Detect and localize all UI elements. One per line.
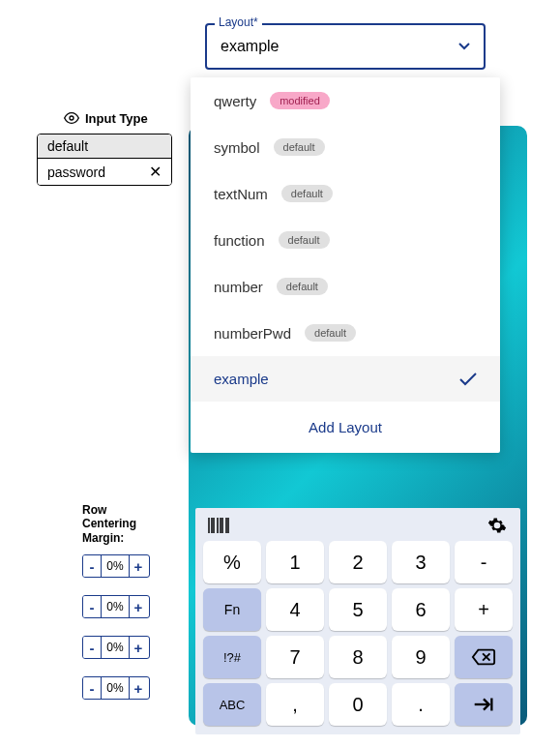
stepper-value: 0%	[101, 596, 130, 617]
key-0[interactable]: 0	[329, 683, 387, 726]
default-badge: default	[274, 138, 325, 156]
key-3[interactable]: 3	[392, 541, 450, 583]
option-label: example	[214, 371, 269, 387]
key-symbols[interactable]: !?#	[203, 636, 261, 678]
backspace-icon	[471, 647, 496, 667]
key-percent[interactable]: %	[203, 541, 261, 583]
option-label: number	[214, 279, 263, 295]
tab-icon	[471, 695, 496, 714]
default-badge: default	[277, 278, 328, 295]
caret-down-icon	[458, 43, 470, 50]
input-type-header: Input Type	[37, 110, 172, 126]
layout-field-label: Layout*	[215, 15, 262, 29]
close-icon[interactable]: ✕	[149, 163, 162, 181]
default-badge: default	[279, 231, 330, 249]
key-9[interactable]: 9	[392, 636, 450, 678]
option-label: numberPwd	[214, 325, 291, 342]
decrement-button[interactable]: -	[83, 555, 101, 577]
layout-selected-value: example	[221, 38, 279, 55]
layout-option-numberpwd[interactable]: numberPwd default	[191, 310, 500, 356]
row-margin-label: Row Centering Margin:	[82, 503, 150, 545]
key-5[interactable]: 5	[329, 588, 387, 631]
decrement-button[interactable]: -	[83, 596, 101, 617]
margin-stepper-2[interactable]: - 0% +	[82, 636, 150, 659]
input-type-item-default[interactable]: default	[38, 134, 171, 159]
key-comma[interactable]: ,	[266, 683, 324, 726]
input-type-item-password[interactable]: password ✕	[38, 159, 171, 185]
key-fn[interactable]: Fn	[203, 588, 261, 631]
add-layout-button[interactable]: Add Layout	[191, 402, 500, 453]
layout-option-qwerty[interactable]: qwerty modified	[191, 77, 500, 124]
decrement-button[interactable]: -	[83, 677, 101, 699]
key-8[interactable]: 8	[329, 636, 387, 678]
key-abc[interactable]: ABC	[203, 683, 261, 726]
increment-button[interactable]: +	[130, 555, 147, 577]
gear-icon[interactable]	[486, 516, 509, 535]
margin-stepper-0[interactable]: - 0% +	[82, 554, 150, 578]
key-plus[interactable]: +	[455, 588, 513, 631]
layout-option-number[interactable]: number default	[191, 263, 500, 310]
layout-dropdown: qwerty modified symbol default textNum d…	[191, 77, 500, 453]
layout-option-function[interactable]: function default	[191, 217, 500, 263]
eye-icon	[64, 110, 79, 126]
key-period[interactable]: .	[392, 683, 450, 726]
option-label: qwerty	[214, 93, 256, 109]
key-4[interactable]: 4	[266, 588, 324, 631]
modified-badge: modified	[270, 92, 330, 109]
option-label: function	[214, 232, 265, 249]
input-type-item-label: password	[47, 164, 105, 180]
option-label: symbol	[214, 139, 260, 156]
svg-point-0	[70, 116, 74, 120]
key-backspace[interactable]	[455, 636, 513, 678]
input-type-item-label: default	[47, 138, 88, 154]
key-2[interactable]: 2	[329, 541, 387, 583]
decrement-button[interactable]: -	[83, 637, 101, 658]
increment-button[interactable]: +	[130, 596, 147, 617]
key-1[interactable]: 1	[266, 541, 324, 583]
margin-stepper-3[interactable]: - 0% +	[82, 676, 150, 700]
increment-button[interactable]: +	[130, 637, 147, 658]
key-6[interactable]: 6	[392, 588, 450, 631]
barcode-icon[interactable]	[207, 516, 230, 535]
key-7[interactable]: 7	[266, 636, 324, 678]
default-badge: default	[305, 324, 356, 342]
margin-stepper-1[interactable]: - 0% +	[82, 595, 150, 618]
layout-option-textnum[interactable]: textNum default	[191, 170, 500, 217]
stepper-value: 0%	[101, 677, 130, 699]
stepper-value: 0%	[101, 555, 130, 577]
input-type-list: default password ✕	[37, 134, 172, 186]
option-label: textNum	[214, 186, 268, 202]
key-tab[interactable]	[455, 683, 513, 726]
input-type-label: Input Type	[85, 111, 148, 126]
layout-select[interactable]: example	[205, 23, 486, 70]
key-minus[interactable]: -	[455, 541, 513, 583]
checkmark-icon	[459, 373, 477, 386]
increment-button[interactable]: +	[130, 677, 147, 699]
keyboard-preview: % 1 2 3 - Fn 4 5 6 + !?# 7 8 9 ABC , 0 .	[195, 508, 520, 734]
default-badge: default	[281, 185, 333, 202]
layout-option-symbol[interactable]: symbol default	[191, 124, 500, 170]
stepper-value: 0%	[101, 637, 130, 658]
layout-option-example[interactable]: example	[191, 356, 500, 402]
